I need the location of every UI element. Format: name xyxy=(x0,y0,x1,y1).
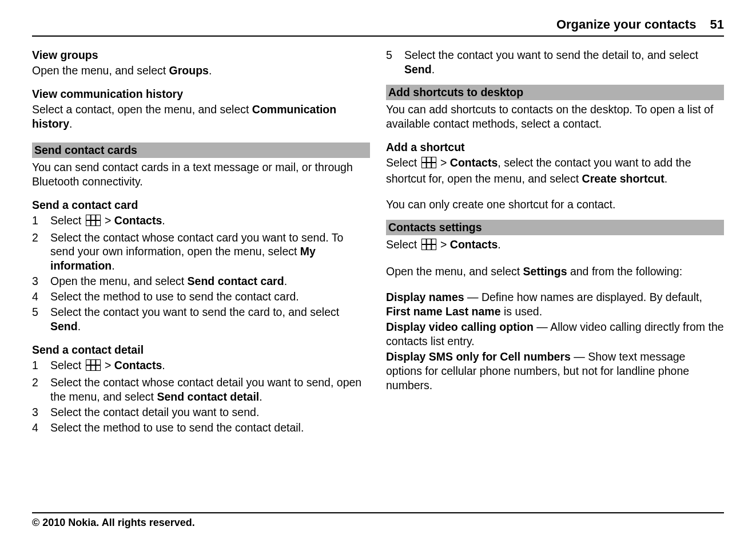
section-bar-send-contact-cards: Send contact cards xyxy=(32,143,370,158)
label-send: Send xyxy=(50,320,78,333)
heading-view-comm-history: View communication history xyxy=(32,87,370,101)
step-body: Select the contact detail you want to se… xyxy=(50,405,370,420)
step-body: Select the contact whose contact card yo… xyxy=(50,231,370,274)
spacer xyxy=(386,254,724,264)
text: . xyxy=(665,172,667,185)
heading-send-contact-detail: Send a contact detail xyxy=(32,343,370,357)
content-columns: View groups Open the menu, and select Gr… xyxy=(32,48,724,436)
text: is used. xyxy=(500,305,542,318)
steps-send-contact-card: 1 Select > Contacts. 2 Select the contac… xyxy=(32,213,370,334)
para-settings-open: Select > Contacts. xyxy=(386,238,724,254)
copyright: © 2010 Nokia. All rights reserved. xyxy=(32,517,195,528)
text: Select xyxy=(386,156,420,169)
setting-title: Display SMS only for Cell numbers xyxy=(386,350,571,363)
text: Select the contact you want to send the … xyxy=(404,49,698,61)
step-number: 3 xyxy=(32,405,50,420)
page-number: 51 xyxy=(710,17,724,31)
step-body: Select the method to use to send the con… xyxy=(50,421,370,435)
label-contacts: Contacts xyxy=(114,359,162,371)
step-number: 1 xyxy=(32,213,50,228)
text: Open the menu, and select xyxy=(386,265,523,278)
text: > xyxy=(437,156,450,169)
list-item: 1 Select > Contacts. xyxy=(32,358,370,374)
step-number: 5 xyxy=(386,48,404,62)
spacer xyxy=(386,280,724,290)
text: > xyxy=(102,359,114,371)
section-bar-add-shortcuts: Add shortcuts to desktop xyxy=(386,85,724,100)
text: . xyxy=(284,275,287,287)
left-column: View groups Open the menu, and select Gr… xyxy=(32,48,370,436)
text: and from the following: xyxy=(567,265,683,278)
para-send-cards-intro: You can send contact cards in a text mes… xyxy=(32,160,370,189)
label-create-shortcut: Create shortcut xyxy=(582,172,665,185)
setting-display-sms: Display SMS only for Cell numbers — Show… xyxy=(386,350,724,393)
text: Select xyxy=(50,214,85,227)
label-groups: Groups xyxy=(169,64,209,77)
label-contacts: Contacts xyxy=(450,238,498,251)
text: Open the menu, and select xyxy=(50,275,188,287)
label-send-contact-card: Send contact card xyxy=(188,275,284,287)
label-first-last: First name Last name xyxy=(386,305,500,318)
menu-grid-icon xyxy=(421,157,436,172)
step-number: 2 xyxy=(32,375,50,390)
label-contacts: Contacts xyxy=(450,156,498,169)
steps-send-contact-detail-cont: 5 Select the contact you want to send th… xyxy=(386,48,724,77)
text: > xyxy=(102,214,114,227)
text: Select the contact you want to send the … xyxy=(50,306,339,318)
list-item: 5 Select the contact you want to send th… xyxy=(386,48,724,77)
list-item: 4 Select the method to use to send the c… xyxy=(32,290,370,304)
step-body: Select the method to use to send the con… xyxy=(50,290,370,304)
right-column: 5 Select the contact you want to send th… xyxy=(386,48,724,436)
para-shortcut-note: You can only create one shortcut for a c… xyxy=(386,197,724,212)
text: . xyxy=(112,259,114,272)
heading-send-contact-card: Send a contact card xyxy=(32,198,370,212)
step-body: Select > Contacts. xyxy=(50,213,370,230)
steps-send-contact-detail: 1 Select > Contacts. 2 Select the contac… xyxy=(32,358,370,435)
separator: — xyxy=(571,350,588,363)
text: . xyxy=(162,214,165,227)
list-item: 4 Select the method to use to send the c… xyxy=(32,421,370,435)
text: . xyxy=(209,64,212,77)
label-send-contact-detail: Send contact detail xyxy=(157,390,259,403)
para-add-shortcut: Select > Contacts, select the contact yo… xyxy=(386,156,724,186)
page-footer: © 2010 Nokia. All rights reserved. xyxy=(32,512,724,529)
header-title: Organize your contacts xyxy=(556,17,697,31)
page-header: Organize your contacts 51 xyxy=(32,17,724,37)
text: Select a contact, open the menu, and sel… xyxy=(32,103,252,116)
text: Select xyxy=(50,359,85,371)
step-number: 4 xyxy=(32,421,50,435)
setting-title: Display names xyxy=(386,291,464,303)
text: . xyxy=(498,238,500,251)
spacer xyxy=(386,187,724,197)
step-body: Select > Contacts. xyxy=(50,358,370,374)
para-settings-select: Open the menu, and select Settings and f… xyxy=(386,264,724,279)
label-settings: Settings xyxy=(523,265,567,278)
step-number: 5 xyxy=(32,305,50,319)
step-body: Select the contact you want to send the … xyxy=(404,48,724,77)
text: . xyxy=(69,117,72,130)
para-shortcuts-intro: You can add shortcuts to contacts on the… xyxy=(386,102,724,131)
label-contacts: Contacts xyxy=(114,214,162,227)
text: . xyxy=(78,320,81,333)
separator: — xyxy=(464,291,482,303)
menu-grid-icon xyxy=(86,215,101,230)
setting-title: Display video calling option xyxy=(386,321,534,333)
step-body: Open the menu, and select Send contact c… xyxy=(50,274,370,288)
text: . xyxy=(162,359,165,371)
list-item: 1 Select > Contacts. xyxy=(32,213,370,230)
text: . xyxy=(432,63,435,76)
step-number: 1 xyxy=(32,358,50,373)
text: > xyxy=(437,238,450,251)
separator: — xyxy=(534,321,550,333)
menu-grid-icon xyxy=(86,359,101,374)
step-number: 2 xyxy=(32,231,50,245)
setting-display-video: Display video calling option — Allow vid… xyxy=(386,320,724,349)
list-item: 2 Select the contact whose contact detai… xyxy=(32,375,370,404)
para-view-comm-history: Select a contact, open the menu, and sel… xyxy=(32,102,370,131)
heading-add-shortcut: Add a shortcut xyxy=(386,140,724,155)
label-send: Send xyxy=(404,63,432,76)
list-item: 5 Select the contact you want to send th… xyxy=(32,305,370,334)
text: Select xyxy=(386,238,420,251)
text: Define how names are displayed. By defau… xyxy=(482,291,702,303)
menu-grid-icon xyxy=(421,239,436,254)
